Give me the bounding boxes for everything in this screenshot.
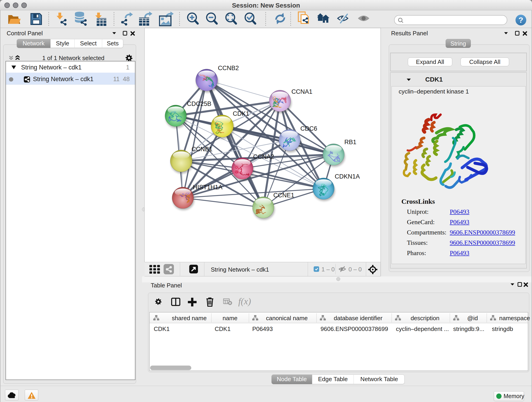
svg-text:CCNB1: CCNB1 — [191, 146, 213, 153]
svg-text:CDK1: CDK1 — [233, 110, 249, 117]
svg-text:CCNE1: CCNE1 — [273, 192, 294, 199]
svg-text:RB1: RB1 — [344, 139, 356, 146]
svg-text:CCNA2: CCNA2 — [253, 153, 274, 160]
svg-text:CCNB2: CCNB2 — [218, 65, 239, 71]
svg-text:CDKN1A: CDKN1A — [335, 173, 360, 180]
svg-text:HIST1H1A: HIST1H1A — [193, 184, 222, 191]
svg-text:CCNA1: CCNA1 — [291, 88, 312, 95]
svg-text:CDC25B: CDC25B — [187, 100, 211, 107]
svg-text:CDC6: CDC6 — [300, 125, 317, 132]
